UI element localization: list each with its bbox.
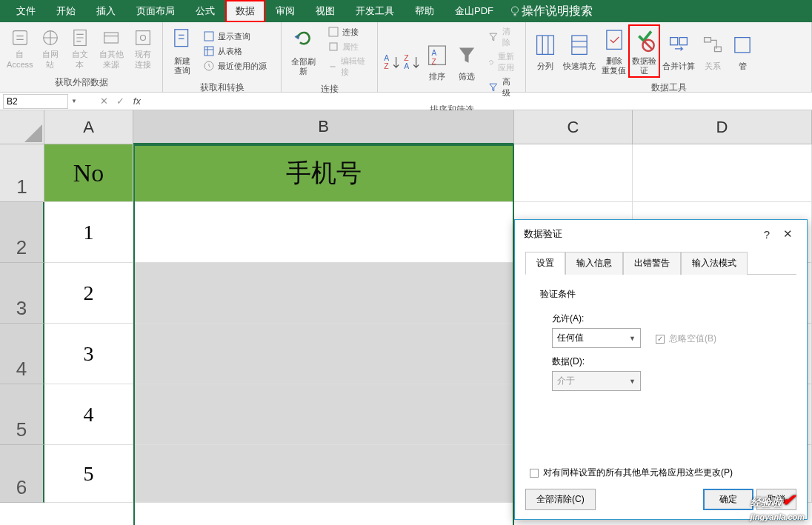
tab-formula[interactable]: 公式: [185, 0, 225, 22]
props-icon: [327, 41, 339, 53]
dialog-tab-input-message[interactable]: 输入信息: [565, 252, 623, 275]
svg-rect-28: [735, 37, 750, 52]
data-dropdown[interactable]: 介于▼: [552, 371, 641, 391]
tab-wps[interactable]: 金山PDF: [445, 0, 504, 22]
relationships-button[interactable]: 关系: [698, 30, 728, 73]
cell-a6[interactable]: 5: [44, 445, 133, 503]
cell-b5[interactable]: [133, 384, 514, 445]
fx-icon[interactable]: fx: [129, 96, 145, 107]
clear-all-button[interactable]: 全部清除(C): [525, 489, 596, 510]
show-queries-button[interactable]: 显示查询: [200, 30, 270, 43]
sort-button[interactable]: AZ 排序: [422, 41, 452, 83]
dialog-tab-error-alert[interactable]: 出错警告: [623, 252, 681, 275]
row-header-1[interactable]: 1: [0, 144, 44, 202]
tell-me-search[interactable]: 操作说明搜索: [508, 4, 593, 19]
cell-a2[interactable]: 1: [44, 202, 133, 263]
from-table-button[interactable]: 从表格: [200, 44, 270, 58]
group-label: 连接: [282, 81, 377, 98]
refresh-all-button[interactable]: 全部刷新: [286, 26, 322, 78]
web-icon: [40, 27, 61, 48]
tab-layout[interactable]: 页面布局: [126, 0, 185, 22]
name-box[interactable]: B2: [3, 94, 68, 109]
svg-rect-1: [13, 31, 27, 45]
cancel-formula-icon[interactable]: ✕: [96, 96, 113, 107]
sort-az-button[interactable]: AZ: [382, 50, 402, 74]
cell-b3[interactable]: [133, 263, 514, 324]
cell-a5[interactable]: 4: [44, 384, 133, 445]
row-header-6[interactable]: 6: [0, 445, 44, 503]
manage-icon: [731, 32, 754, 60]
cell-b6[interactable]: [133, 445, 514, 503]
cell-b4[interactable]: [133, 324, 514, 384]
from-text-button[interactable]: 自文本: [65, 26, 95, 70]
recent-sources-button[interactable]: 最近使用的源: [200, 59, 270, 73]
filter-button[interactable]: 筛选: [452, 41, 482, 83]
dialog-tab-settings[interactable]: 设置: [525, 252, 565, 275]
cell-a1[interactable]: No: [44, 144, 133, 202]
allow-dropdown[interactable]: 任何值▼: [552, 328, 641, 348]
tab-help[interactable]: 帮助: [405, 0, 445, 22]
row-header-4[interactable]: 4: [0, 324, 44, 384]
cell-d1[interactable]: [633, 144, 812, 202]
tab-dev[interactable]: 开发工具: [345, 0, 405, 22]
relations-icon: [701, 32, 725, 60]
bulb-icon: [508, 4, 522, 18]
recent-icon: [203, 60, 215, 72]
consolidate-button[interactable]: 合并计算: [659, 30, 698, 73]
checkbox-icon: [656, 335, 665, 344]
cell-a3[interactable]: 2: [44, 263, 133, 324]
dup-icon: [602, 27, 626, 55]
accept-formula-icon[interactable]: ✓: [113, 96, 129, 107]
cell-b2[interactable]: [133, 202, 514, 263]
new-query-button[interactable]: 新建 查询: [167, 25, 197, 77]
properties-button[interactable]: 属性: [325, 40, 373, 53]
cell-c1[interactable]: [514, 144, 633, 202]
name-box-dropdown[interactable]: ▼: [71, 98, 77, 104]
col-header-a[interactable]: A: [44, 110, 133, 144]
manage-button[interactable]: 管: [728, 30, 757, 73]
reapply-icon: [487, 56, 495, 68]
row-header-2[interactable]: 2: [0, 202, 44, 263]
row-header-3[interactable]: 3: [0, 263, 44, 324]
dialog-close-button[interactable]: ✕: [777, 227, 798, 241]
tab-insert[interactable]: 插入: [86, 0, 126, 22]
col-header-b[interactable]: B: [133, 110, 514, 144]
cell-b1[interactable]: 手机号: [133, 144, 514, 202]
edit-links-button[interactable]: 编辑链接: [325, 55, 373, 78]
svg-rect-25: [679, 37, 687, 44]
connections-button[interactable]: 连接: [325, 25, 373, 39]
tab-review[interactable]: 审阅: [265, 0, 305, 22]
tab-file[interactable]: 文件: [6, 0, 46, 22]
svg-point-0: [512, 7, 519, 13]
reapply-button[interactable]: 重新应用: [485, 50, 521, 74]
remove-duplicates-button[interactable]: 删除 重复值: [599, 25, 629, 77]
text-to-columns-button[interactable]: 分列: [530, 30, 560, 73]
col-header-d[interactable]: D: [633, 110, 812, 144]
advanced-filter-button[interactable]: 高级: [485, 76, 521, 99]
existing-conn-button[interactable]: 现有连接: [128, 26, 158, 70]
select-all-corner[interactable]: [0, 110, 44, 144]
new-query-icon: [170, 27, 194, 55]
tab-view[interactable]: 视图: [305, 0, 345, 22]
tab-data[interactable]: 数据: [225, 0, 265, 22]
dialog-help-button[interactable]: ?: [756, 228, 777, 241]
col-header-c[interactable]: C: [514, 110, 633, 144]
row-header-5[interactable]: 5: [0, 384, 44, 445]
from-access-button[interactable]: 自 Access: [4, 26, 36, 70]
group-label: 获取外部数据: [0, 75, 162, 92]
sort-icon: AZ: [425, 42, 449, 70]
cell-a4[interactable]: 3: [44, 324, 133, 384]
flash-fill-button[interactable]: 快速填充: [560, 30, 599, 73]
data-validation-button[interactable]: 数据验 证: [629, 25, 659, 77]
apply-same-checkbox[interactable]: 对有同样设置的所有其他单元格应用这些更改(P): [530, 467, 733, 479]
from-web-button[interactable]: 自网站: [36, 26, 65, 70]
ignore-blank-checkbox[interactable]: 忽略空值(B): [656, 332, 716, 345]
allow-label: 允许(A):: [552, 312, 641, 325]
sort-za-button[interactable]: ZA: [402, 50, 422, 74]
ok-button[interactable]: 确定: [703, 489, 753, 510]
tab-home[interactable]: 开始: [46, 0, 86, 22]
clear-filter-button[interactable]: 清除: [485, 25, 521, 49]
filter-icon: [455, 42, 479, 70]
dialog-tab-ime[interactable]: 输入法模式: [681, 252, 748, 275]
from-other-button[interactable]: 自其他来源: [95, 26, 128, 70]
